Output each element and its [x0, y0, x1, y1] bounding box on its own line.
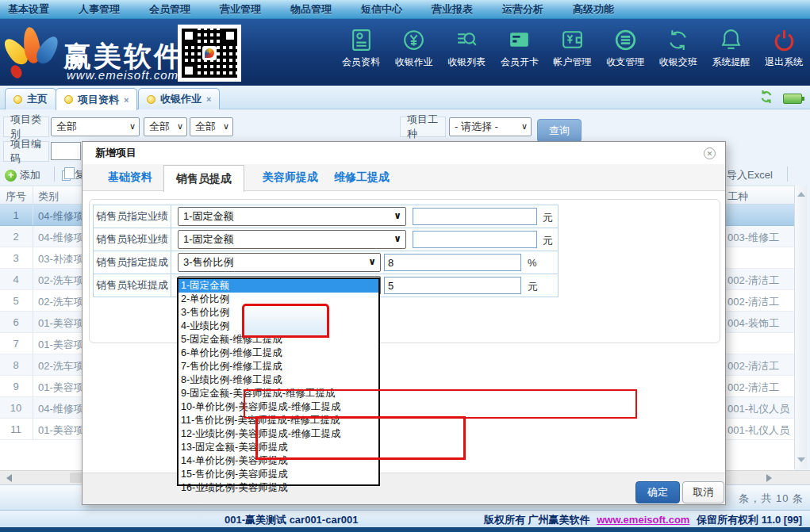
toolbar-account-button[interactable]: 帐户管理	[551, 27, 594, 69]
dialog-tab-mechanic-commission[interactable]: 维修工提成	[334, 170, 390, 185]
copy-icon[interactable]	[62, 170, 71, 181]
dropdown-option[interactable]: 11-售价比例-美容师提成-维修工提成	[179, 414, 378, 427]
menu-item[interactable]: 人事管理	[79, 2, 120, 17]
tab-home[interactable]: 主页	[5, 88, 56, 109]
add-button[interactable]: + 添加	[5, 168, 40, 182]
bulb-icon	[64, 95, 73, 104]
menu-item[interactable]: 短信中心	[361, 2, 402, 17]
cell-category: 03-补漆项	[38, 252, 84, 266]
dropdown-option[interactable]: 16-业绩比例-美容师提成	[179, 481, 378, 495]
dropdown-option[interactable]: 13-固定金额-美容师提成	[179, 441, 378, 454]
project-code-input[interactable]	[51, 142, 81, 160]
shift-commission-input[interactable]	[384, 277, 521, 294]
field-label: 销售员轮班提成	[94, 274, 171, 297]
category-select-2[interactable]: 全部	[144, 117, 187, 136]
refresh-icon[interactable]	[759, 90, 774, 107]
assigned-commission-select[interactable]: 3-售价比例	[178, 253, 381, 272]
dropdown-option[interactable]: 15-售价比例-美容师提成	[179, 468, 378, 481]
menu-item[interactable]: 物品管理	[290, 2, 332, 17]
scroll-right-icon[interactable]	[766, 474, 772, 482]
vertical-scrollbar[interactable]	[794, 186, 807, 469]
website-link[interactable]: www.emeisoft.com	[597, 514, 689, 526]
cell-worker: 002-清洁工	[727, 381, 779, 395]
form-row-shift-performance: 销售员轮班业绩 1-固定金额 元	[93, 228, 559, 251]
scroll-left-icon[interactable]	[6, 474, 12, 482]
bulb-icon	[13, 95, 22, 104]
menu-item[interactable]: 高级功能	[573, 2, 614, 17]
power-icon	[771, 27, 797, 53]
assigned-commission-input[interactable]	[384, 254, 521, 271]
dropdown-option[interactable]: 6-单价比例-维修工提成	[179, 346, 378, 360]
menu-item[interactable]: 会员管理	[149, 2, 190, 17]
dialog-close-icon[interactable]: ✕	[704, 147, 716, 159]
menu-item[interactable]: 营业报表	[432, 2, 473, 17]
column-header-seq[interactable]: 序号	[0, 189, 32, 204]
cell-seq: 3	[0, 252, 32, 264]
cell-seq: 2	[0, 231, 32, 243]
dropdown-option[interactable]: 5-固定金额-维修工提成	[179, 333, 378, 346]
toolbar-exit-button[interactable]: 退出系统	[762, 27, 805, 69]
shift-performance-select[interactable]: 1-固定金额	[178, 230, 406, 249]
category-select-1[interactable]: 全部	[51, 117, 140, 136]
cancel-button[interactable]: 取消	[682, 481, 724, 503]
ok-button[interactable]: 确定	[635, 481, 680, 503]
worker-type-select[interactable]: - 请选择 -	[449, 117, 532, 136]
field-label: 销售员轮班业绩	[94, 228, 171, 251]
dropdown-option[interactable]: 7-售价比例-维修工提成	[179, 360, 378, 373]
list-search-icon	[454, 27, 480, 53]
tab-close-icon[interactable]: ×	[206, 94, 211, 104]
qr-code	[178, 25, 241, 82]
dropdown-option[interactable]: 2-单价比例	[179, 293, 378, 306]
dropdown-option[interactable]: 3-售价比例	[179, 306, 378, 320]
cell-worker: 002-清洁工	[727, 359, 779, 373]
toolbar-member-profile-button[interactable]: 会员资料	[340, 27, 382, 69]
commission-type-dropdown-list[interactable]: 1-固定金额 2-单价比例 3-售价比例 4-业绩比例 5-固定金额-维修工提成…	[177, 277, 380, 486]
unit-label: 元	[543, 211, 553, 225]
toolbar-cashier-list-button[interactable]: 收银列表	[445, 27, 488, 69]
toolbar-income-expense-button[interactable]: 收支管理	[604, 27, 647, 69]
dropdown-option[interactable]: 8-业绩比例-维修工提成	[179, 373, 378, 387]
cell-worker: 002-清洁工	[727, 274, 779, 288]
battery-status-icon[interactable]	[783, 94, 802, 104]
column-header-category[interactable]: 类别	[38, 189, 59, 204]
import-excel-button[interactable]: 导入Excel	[727, 168, 773, 182]
assigned-performance-select[interactable]: 1-固定金额	[178, 207, 406, 226]
tab-project-data[interactable]: 项目资料 ×	[56, 88, 137, 110]
dialog-tab-basic-info[interactable]: 基础资料	[108, 170, 152, 185]
cell-category: 02-洗车项	[38, 274, 84, 288]
category-select-3[interactable]: 全部	[190, 117, 233, 136]
app-window: 基本设置人事管理会员管理营业管理物品管理短信中心营业报表运营分析高级功能 赢美软…	[0, 0, 810, 532]
dialog-tab-sales-commission[interactable]: 销售员提成	[163, 165, 244, 192]
scroll-up-icon[interactable]	[797, 192, 805, 197]
wallet-yen-icon	[559, 27, 585, 53]
lines-circle-icon	[612, 27, 639, 53]
tab-cashier[interactable]: 收银作业 ×	[138, 88, 220, 109]
yen-circle-icon	[401, 27, 427, 53]
toolbar-cashier-button[interactable]: 收银作业	[393, 27, 436, 69]
toolbar-open-card-button[interactable]: 会员开卡	[498, 27, 541, 69]
menu-item[interactable]: 营业管理	[220, 2, 261, 17]
dropdown-option[interactable]: 9-固定金额-美容师提成-维修工提成	[179, 387, 378, 400]
dropdown-option[interactable]: 14-单价比例-美容师提成	[179, 454, 378, 468]
dropdown-option[interactable]: 1-固定金额	[179, 279, 378, 293]
cell-category: 01-美容项	[38, 338, 84, 352]
bottom-edge-strip	[0, 527, 810, 532]
tab-close-icon[interactable]: ×	[124, 95, 129, 105]
cell-seq: 4	[0, 274, 32, 285]
toolbar-system-alert-button[interactable]: 系统提醒	[709, 27, 752, 69]
scroll-down-icon[interactable]	[797, 457, 805, 462]
cell-seq: 10	[0, 402, 32, 414]
dropdown-option[interactable]: 4-业绩比例	[179, 320, 378, 333]
assigned-performance-input[interactable]	[413, 208, 537, 225]
dropdown-option[interactable]: 10-单价比例-美容师提成-维修工提成	[179, 400, 378, 414]
toolbar-shift-change-button[interactable]: 收银交班	[657, 27, 700, 69]
menu-item[interactable]: 运营分析	[502, 2, 543, 17]
plus-icon: +	[5, 170, 17, 182]
menu-item[interactable]: 基本设置	[8, 2, 49, 17]
dialog-tab-beautician-commission[interactable]: 美容师提成	[263, 170, 318, 185]
column-header-worker[interactable]: 工种	[727, 189, 748, 204]
search-button[interactable]: 查询	[537, 119, 582, 143]
cell-category: 01-美容项	[38, 316, 84, 331]
dropdown-option[interactable]: 12-业绩比例-美容师提成-维修工提成	[179, 427, 378, 441]
shift-performance-input[interactable]	[413, 231, 537, 248]
